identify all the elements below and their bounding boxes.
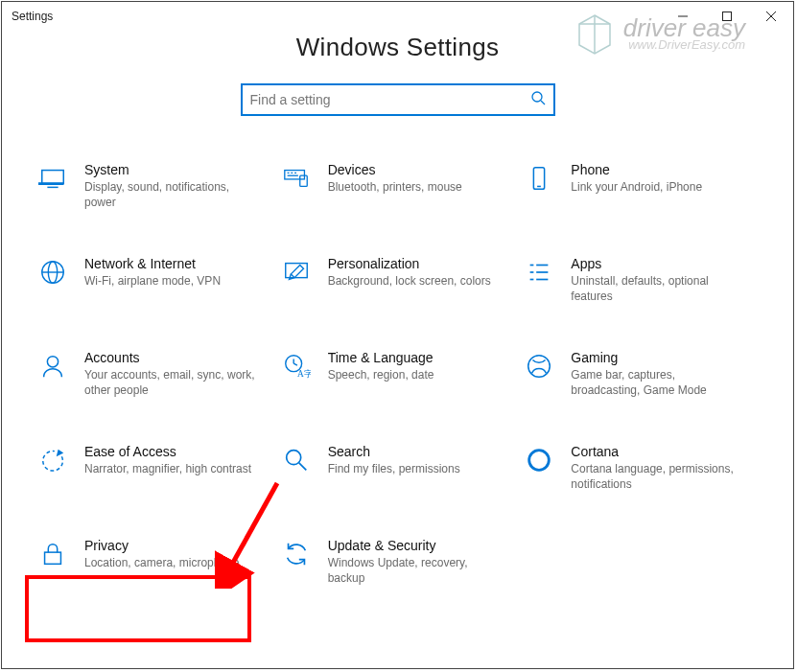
phone-icon bbox=[523, 162, 555, 195]
tile-desc: Windows Update, recovery, backup bbox=[328, 555, 504, 586]
svg-point-32 bbox=[528, 356, 551, 378]
person-icon bbox=[36, 350, 69, 382]
tile-desc: Game bar, captures, broadcasting, Game M… bbox=[571, 367, 747, 398]
tile-privacy[interactable]: Privacy Location, camera, microphone bbox=[36, 538, 280, 595]
tile-desc: Wi-Fi, airplane mode, VPN bbox=[84, 273, 261, 289]
tile-time[interactable]: A字 Time & Language Speech, region, date bbox=[280, 350, 524, 407]
tile-phone[interactable]: Phone Link your Android, iPhone bbox=[523, 162, 766, 220]
page-title: Windows Settings bbox=[2, 33, 793, 62]
svg-line-30 bbox=[293, 363, 297, 365]
tile-desc: Link your Android, iPhone bbox=[571, 179, 747, 195]
minimize-button[interactable] bbox=[661, 2, 705, 31]
svg-point-34 bbox=[286, 451, 300, 465]
tile-devices[interactable]: Devices Bluetooth, printers, mouse bbox=[280, 162, 524, 220]
svg-point-4 bbox=[532, 92, 542, 102]
tile-system[interactable]: System Display, sound, notifications, po… bbox=[36, 162, 280, 220]
window-controls bbox=[661, 2, 793, 31]
svg-rect-1 bbox=[723, 12, 732, 21]
tile-desc: Narrator, magnifier, high contrast bbox=[84, 461, 261, 476]
svg-rect-37 bbox=[45, 552, 61, 564]
tile-personalization[interactable]: Personalization Background, lock screen,… bbox=[280, 256, 524, 313]
tile-title: Update & Security bbox=[328, 538, 504, 553]
accessibility-icon bbox=[36, 444, 69, 476]
magnifier-icon bbox=[280, 444, 313, 476]
tile-ease-of-access[interactable]: Ease of Access Narrator, magnifier, high… bbox=[36, 444, 280, 501]
paintbrush-icon bbox=[280, 256, 313, 289]
maximize-icon bbox=[722, 12, 732, 21]
minimize-icon bbox=[678, 12, 688, 21]
settings-grid: System Display, sound, notifications, po… bbox=[2, 116, 793, 595]
tile-desc: Your accounts, email, sync, work, other … bbox=[84, 367, 261, 398]
tile-desc: Location, camera, microphone bbox=[84, 555, 261, 570]
xbox-icon bbox=[523, 350, 555, 382]
svg-line-5 bbox=[541, 101, 545, 104]
tile-cortana[interactable]: Cortana Cortana language, permissions, n… bbox=[523, 444, 766, 501]
tile-title: Phone bbox=[571, 162, 747, 177]
sync-icon bbox=[280, 538, 313, 570]
tile-gaming[interactable]: Gaming Game bar, captures, broadcasting,… bbox=[523, 350, 766, 407]
tile-update[interactable]: Update & Security Windows Update, recove… bbox=[280, 538, 524, 595]
tile-desc: Cortana language, permissions, notificat… bbox=[571, 461, 747, 492]
tile-title: Cortana bbox=[571, 444, 747, 459]
window-title: Settings bbox=[12, 10, 53, 23]
tile-title: Gaming bbox=[571, 350, 747, 365]
tile-title: Privacy bbox=[84, 538, 261, 553]
close-icon bbox=[766, 12, 776, 21]
tile-title: Apps bbox=[571, 256, 747, 271]
tile-desc: Background, lock screen, colors bbox=[328, 273, 504, 289]
tile-accounts[interactable]: Accounts Your accounts, email, sync, wor… bbox=[36, 350, 280, 407]
apps-list-icon bbox=[523, 256, 555, 289]
keyboard-icon bbox=[280, 162, 313, 195]
svg-rect-9 bbox=[284, 171, 304, 179]
search-icon bbox=[530, 90, 546, 109]
maximize-button[interactable] bbox=[705, 2, 749, 31]
tile-search[interactable]: Search Find my files, permissions bbox=[280, 444, 524, 501]
search-input[interactable] bbox=[250, 92, 530, 107]
tile-desc: Bluetooth, printers, mouse bbox=[328, 179, 504, 195]
tile-title: Accounts bbox=[84, 350, 261, 365]
svg-point-36 bbox=[529, 451, 550, 471]
lock-icon bbox=[36, 538, 69, 570]
titlebar: Settings bbox=[2, 2, 793, 31]
tile-title: Network & Internet bbox=[84, 256, 261, 271]
svg-line-35 bbox=[298, 463, 306, 471]
tile-title: System bbox=[84, 162, 261, 177]
tile-title: Personalization bbox=[328, 256, 504, 271]
search-box[interactable] bbox=[241, 83, 555, 116]
tile-desc: Display, sound, notifications, power bbox=[84, 179, 261, 210]
svg-point-27 bbox=[47, 357, 58, 367]
tile-network[interactable]: Network & Internet Wi-Fi, airplane mode,… bbox=[36, 256, 280, 313]
globe-icon bbox=[36, 256, 69, 289]
cortana-icon bbox=[523, 444, 555, 476]
svg-rect-6 bbox=[42, 171, 64, 184]
tile-title: Time & Language bbox=[328, 350, 504, 365]
search-container bbox=[2, 83, 793, 116]
tile-apps[interactable]: Apps Uninstall, defaults, optional featu… bbox=[523, 256, 766, 313]
tile-title: Devices bbox=[328, 162, 504, 177]
time-language-icon: A字 bbox=[280, 350, 313, 382]
tile-title: Search bbox=[328, 444, 504, 459]
tile-desc: Uninstall, defaults, optional features bbox=[571, 273, 747, 304]
tile-title: Ease of Access bbox=[84, 444, 261, 459]
svg-rect-10 bbox=[299, 175, 307, 186]
tile-desc: Find my files, permissions bbox=[328, 461, 504, 476]
settings-window: Settings Windows Settings bbox=[1, 1, 794, 669]
svg-text:A字: A字 bbox=[297, 369, 311, 379]
svg-marker-33 bbox=[57, 450, 64, 457]
close-button[interactable] bbox=[749, 2, 793, 31]
monitor-icon bbox=[36, 162, 69, 195]
tile-desc: Speech, region, date bbox=[328, 367, 504, 382]
